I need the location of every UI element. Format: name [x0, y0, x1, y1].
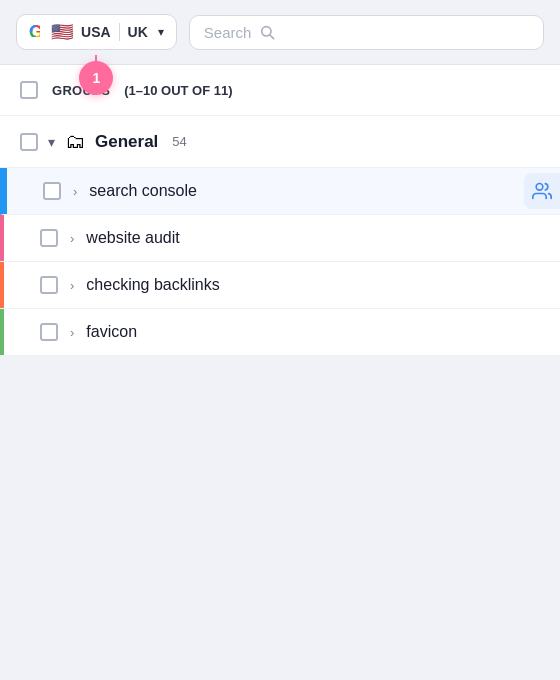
sub-checkbox-website-audit[interactable] — [40, 229, 58, 247]
vertical-divider — [119, 23, 120, 41]
sub-name-search-console: search console — [89, 182, 197, 200]
group-name: General — [95, 132, 158, 152]
folder-icon: 🗂 — [65, 130, 85, 153]
group-general-checkbox[interactable] — [20, 133, 38, 151]
region-label: UK — [128, 24, 148, 40]
sub-checkbox-search-console[interactable] — [43, 182, 61, 200]
sub-chevron-search-console[interactable]: › — [73, 184, 77, 199]
sub-row-website-audit[interactable]: › website audit — [0, 215, 560, 262]
sub-row-search-console[interactable]: › search console — [0, 168, 560, 215]
sub-checkbox-favicon[interactable] — [40, 323, 58, 341]
tooltip-badge: 1 — [79, 61, 113, 95]
sub-chevron-website-audit[interactable]: › — [70, 231, 74, 246]
sub-name-website-audit: website audit — [86, 229, 179, 247]
groups-select-all-checkbox[interactable] — [20, 81, 38, 99]
sub-name-checking-backlinks: checking backlinks — [86, 276, 219, 294]
group-expand-icon[interactable]: ▾ — [48, 134, 55, 150]
locale-selector[interactable]: G 🇺🇸 USA UK ▾ 1 — [16, 14, 177, 50]
svg-point-2 — [536, 184, 543, 191]
sub-row-checking-backlinks[interactable]: › checking backlinks — [0, 262, 560, 309]
sub-rows-container: › search console › website audit › check… — [0, 168, 560, 356]
left-accent-orange — [0, 262, 4, 308]
google-logo: G — [29, 23, 43, 41]
search-placeholder: Search — [204, 24, 252, 41]
top-bar: G 🇺🇸 USA UK ▾ 1 Search — [0, 0, 560, 65]
flag-icon: 🇺🇸 — [51, 23, 73, 41]
left-accent-green — [0, 309, 4, 355]
search-icon — [259, 24, 275, 40]
group-badge: 54 — [172, 134, 186, 149]
search-box[interactable]: Search — [189, 15, 544, 50]
left-accent-blue — [3, 168, 7, 214]
action-icon-search-console[interactable] — [524, 173, 560, 209]
sub-name-favicon: favicon — [86, 323, 137, 341]
chevron-down-icon[interactable]: ▾ — [158, 25, 164, 39]
sub-row-favicon[interactable]: › favicon — [0, 309, 560, 356]
country-label: USA — [81, 24, 111, 40]
sub-checkbox-checking-backlinks[interactable] — [40, 276, 58, 294]
main-content: GROUPS (1–10 OUT OF 11) ▾ 🗂 General 54 ›… — [0, 65, 560, 356]
people-icon — [532, 181, 552, 201]
group-row-general: ▾ 🗂 General 54 — [0, 116, 560, 168]
groups-count: (1–10 OUT OF 11) — [124, 83, 232, 98]
sub-chevron-checking-backlinks[interactable]: › — [70, 278, 74, 293]
left-accent-pink — [0, 215, 4, 261]
sub-chevron-favicon[interactable]: › — [70, 325, 74, 340]
svg-line-1 — [270, 35, 274, 39]
